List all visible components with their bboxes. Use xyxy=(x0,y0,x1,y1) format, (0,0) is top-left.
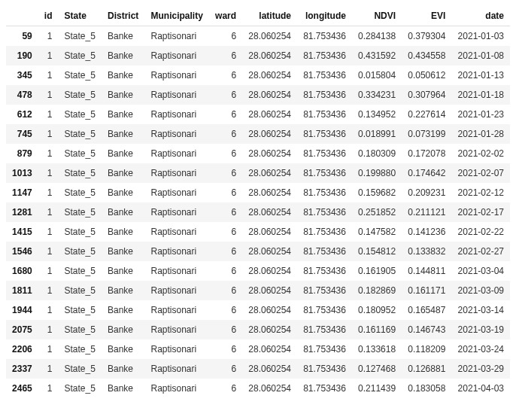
cell-district: Banke xyxy=(102,65,144,85)
col-district: District xyxy=(102,6,144,26)
cell-ward: 6 xyxy=(209,281,242,300)
cell-ndvi: 0.182869 xyxy=(352,281,402,300)
cell-evi: 0.146743 xyxy=(402,320,451,339)
table-row: 22061State_5BankeRaptisonari628.06025481… xyxy=(6,339,510,359)
cell-ndvi: 0.161169 xyxy=(352,320,402,339)
cell-state: State_5 xyxy=(59,242,102,261)
cell-state: State_5 xyxy=(59,124,102,144)
cell-date: 2021-01-13 xyxy=(451,65,510,85)
cell-municipality: Raptisonari xyxy=(144,105,209,124)
cell-state: State_5 xyxy=(59,183,102,202)
cell-longitude: 81.753436 xyxy=(297,242,352,261)
cell-evi: 0.144811 xyxy=(402,261,451,281)
cell-evi: 0.209231 xyxy=(402,183,451,202)
cell-evi: 0.133832 xyxy=(402,242,451,261)
cell-evi: 0.141236 xyxy=(402,222,451,242)
cell-index: 1546 xyxy=(6,242,38,261)
cell-state: State_5 xyxy=(59,85,102,105)
cell-ward: 6 xyxy=(209,339,242,359)
cell-id: 1 xyxy=(38,26,59,47)
cell-municipality: Raptisonari xyxy=(144,65,209,85)
cell-longitude: 81.753436 xyxy=(297,105,352,124)
cell-municipality: Raptisonari xyxy=(144,300,209,320)
cell-ndvi: 0.334231 xyxy=(352,85,402,105)
cell-date: 2021-03-19 xyxy=(451,320,510,339)
cell-ndvi: 0.015804 xyxy=(352,65,402,85)
cell-latitude: 28.060254 xyxy=(242,222,297,242)
table-row: 15461State_5BankeRaptisonari628.06025481… xyxy=(6,242,510,261)
cell-latitude: 28.060254 xyxy=(242,144,297,163)
cell-evi: 0.434558 xyxy=(402,46,451,65)
cell-ward: 6 xyxy=(209,124,242,144)
cell-ward: 6 xyxy=(209,300,242,320)
cell-ward: 6 xyxy=(209,85,242,105)
cell-index: 1944 xyxy=(6,300,38,320)
cell-index: 1281 xyxy=(6,202,38,222)
cell-state: State_5 xyxy=(59,65,102,85)
col-state: State xyxy=(59,6,102,26)
cell-state: State_5 xyxy=(59,26,102,47)
table-row: 3451State_5BankeRaptisonari628.06025481.… xyxy=(6,65,510,85)
cell-evi: 0.307964 xyxy=(402,85,451,105)
cell-latitude: 28.060254 xyxy=(242,85,297,105)
col-latitude: latitude xyxy=(242,6,297,26)
cell-latitude: 28.060254 xyxy=(242,261,297,281)
cell-ndvi: 0.147582 xyxy=(352,222,402,242)
cell-district: Banke xyxy=(102,242,144,261)
cell-longitude: 81.753436 xyxy=(297,379,352,398)
cell-district: Banke xyxy=(102,261,144,281)
cell-ward: 6 xyxy=(209,222,242,242)
cell-longitude: 81.753436 xyxy=(297,222,352,242)
cell-latitude: 28.060254 xyxy=(242,202,297,222)
cell-evi: 0.126881 xyxy=(402,359,451,379)
cell-index: 1013 xyxy=(6,163,38,183)
cell-date: 2021-03-04 xyxy=(451,261,510,281)
cell-ndvi: 0.180952 xyxy=(352,300,402,320)
cell-evi: 0.183058 xyxy=(402,379,451,398)
cell-ward: 6 xyxy=(209,46,242,65)
cell-evi: 0.379304 xyxy=(402,26,451,47)
col-date: date xyxy=(451,6,510,26)
cell-municipality: Raptisonari xyxy=(144,26,209,47)
cell-ndvi: 0.154812 xyxy=(352,242,402,261)
cell-district: Banke xyxy=(102,105,144,124)
cell-index: 478 xyxy=(6,85,38,105)
cell-district: Banke xyxy=(102,26,144,47)
cell-district: Banke xyxy=(102,339,144,359)
cell-longitude: 81.753436 xyxy=(297,320,352,339)
cell-evi: 0.211121 xyxy=(402,202,451,222)
table-row: 11471State_5BankeRaptisonari628.06025481… xyxy=(6,183,510,202)
col-evi: EVI xyxy=(402,6,451,26)
cell-id: 1 xyxy=(38,359,59,379)
cell-id: 1 xyxy=(38,183,59,202)
cell-longitude: 81.753436 xyxy=(297,65,352,85)
col-ndvi: NDVI xyxy=(352,6,402,26)
table-row: 10131State_5BankeRaptisonari628.06025481… xyxy=(6,163,510,183)
cell-evi: 0.227614 xyxy=(402,105,451,124)
cell-district: Banke xyxy=(102,320,144,339)
cell-date: 2021-04-03 xyxy=(451,379,510,398)
cell-latitude: 28.060254 xyxy=(242,242,297,261)
table-row: 23371State_5BankeRaptisonari628.06025481… xyxy=(6,359,510,379)
cell-date: 2021-01-08 xyxy=(451,46,510,65)
cell-id: 1 xyxy=(38,85,59,105)
cell-longitude: 81.753436 xyxy=(297,46,352,65)
cell-date: 2021-01-18 xyxy=(451,85,510,105)
cell-district: Banke xyxy=(102,85,144,105)
cell-latitude: 28.060254 xyxy=(242,105,297,124)
table-body: 591State_5BankeRaptisonari628.06025481.7… xyxy=(6,26,510,399)
cell-id: 1 xyxy=(38,222,59,242)
cell-date: 2021-02-22 xyxy=(451,222,510,242)
cell-municipality: Raptisonari xyxy=(144,144,209,163)
cell-ward: 6 xyxy=(209,261,242,281)
cell-district: Banke xyxy=(102,379,144,398)
cell-longitude: 81.753436 xyxy=(297,261,352,281)
cell-longitude: 81.753436 xyxy=(297,281,352,300)
cell-latitude: 28.060254 xyxy=(242,379,297,398)
cell-index: 1811 xyxy=(6,281,38,300)
cell-ndvi: 0.284138 xyxy=(352,26,402,47)
cell-ndvi: 0.133618 xyxy=(352,339,402,359)
table-row: 8791State_5BankeRaptisonari628.06025481.… xyxy=(6,144,510,163)
cell-district: Banke xyxy=(102,46,144,65)
cell-ward: 6 xyxy=(209,359,242,379)
